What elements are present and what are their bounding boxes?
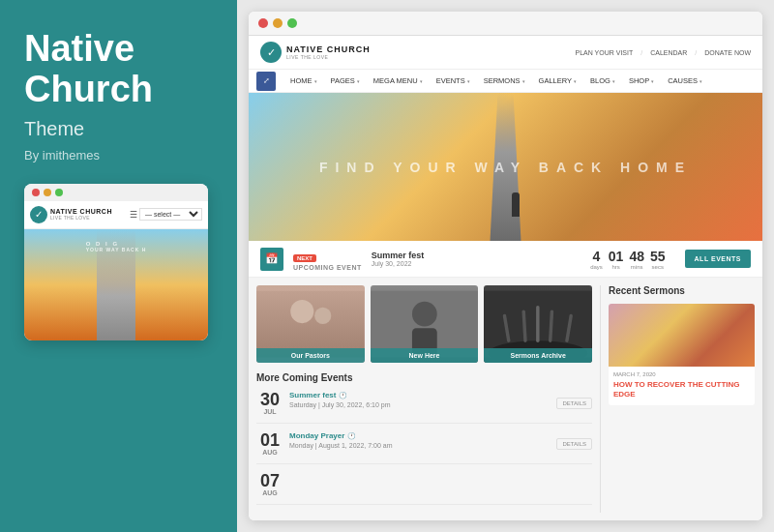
nav-sermons[interactable]: SERMONS ▾	[477, 70, 532, 92]
content-grid: Our Pastors New Here	[249, 278, 762, 520]
event-main: Summer fest July 30, 2022	[372, 251, 425, 267]
event-month-3: AUG	[256, 489, 283, 496]
coming-events-title: More Coming Events	[256, 372, 592, 383]
event-info-2: Monday Prayer 🕐 Monday | August 1, 2022,…	[289, 431, 551, 449]
event-info-3	[289, 472, 592, 474]
content-right: Recent Sermons MARCH 7, 2020 HOW TO RECO…	[600, 285, 755, 513]
card-label-pastors: Our Pastors	[256, 348, 365, 363]
nav-events[interactable]: EVENTS ▾	[430, 70, 477, 92]
card-label-new: New Here	[371, 348, 479, 363]
event-item-1: 30 JUL Summer fest 🕐 Saturday | July 30,…	[256, 391, 592, 424]
mobile-dot-red	[32, 189, 40, 196]
site-logo-tagline: LIVE THE LOVE	[286, 54, 371, 60]
event-when-2: Monday | August 1, 2022, 7:00 am	[289, 442, 551, 449]
nav-home[interactable]: HOME ▾	[283, 70, 324, 92]
sep2: /	[695, 49, 697, 56]
event-date-block-1: 30 JUL	[256, 391, 283, 415]
mobile-logo-name: NATIVE CHURCH	[50, 208, 112, 215]
image-cards: Our Pastors New Here	[256, 285, 592, 363]
desktop-dot-red	[258, 18, 268, 28]
sermon-info: MARCH 7, 2020 HOW TO RECOVER THE CUTTING…	[609, 367, 755, 405]
nav-blog[interactable]: BLOG ▾	[583, 70, 622, 92]
theme-subtitle: Theme	[24, 118, 213, 140]
details-btn-2[interactable]: DETAILS	[556, 438, 592, 450]
svg-point-4	[412, 302, 437, 327]
mobile-header: NATIVE CHURCH LIVE THE LOVE ☰ — select —	[24, 201, 208, 229]
sermon-meta: MARCH 7, 2020	[613, 371, 750, 377]
sep1: /	[640, 49, 642, 56]
event-label: UPCOMING EVENT	[293, 264, 362, 271]
mobile-dot-green	[55, 189, 63, 196]
clock-icon-2: 🕐	[347, 432, 356, 440]
mobile-dot-yellow	[44, 189, 51, 196]
details-btn-1[interactable]: DETAILS	[556, 398, 592, 409]
right-panel: ✓ NATIVE CHURCH LIVE THE LOVE PLAN YOUR …	[237, 0, 774, 532]
event-day-3: 07	[256, 472, 283, 489]
site-nav: ⤢ HOME ▾ PAGES ▾ MEGA MENU ▾ EVENTS ▾ SE…	[249, 70, 762, 93]
site-hero: FIND YOUR WAY BACK HOME	[249, 93, 762, 241]
share-icon[interactable]: ⤢	[256, 72, 276, 91]
hero-figure	[512, 192, 520, 217]
event-date-block-3: 07 AUG	[256, 472, 283, 496]
img-card-sermons[interactable]: Sermons Archive	[484, 285, 592, 363]
mobile-logo-icon	[30, 206, 47, 223]
mobile-logo: NATIVE CHURCH LIVE THE LOVE	[30, 206, 112, 223]
svg-line-11	[551, 311, 552, 340]
events-bar: 📅 NEXT UPCOMING EVENT Summer fest July 3…	[249, 241, 762, 278]
site-header: ✓ NATIVE CHURCH LIVE THE LOVE PLAN YOUR …	[249, 36, 762, 70]
event-when-1: Saturday | July 30, 2022, 6:10 pm	[289, 401, 551, 408]
desktop-titlebar	[249, 12, 762, 36]
site-header-links: PLAN YOUR VISIT / CALENDAR / DONATE NOW	[575, 49, 751, 56]
event-day-1: 30	[256, 391, 283, 408]
nav-shop[interactable]: SHOP ▾	[622, 70, 661, 92]
event-badge: NEXT	[293, 254, 316, 262]
svg-point-2	[314, 308, 331, 324]
svg-line-9	[524, 311, 526, 340]
calendar-link[interactable]: CALENDAR	[650, 49, 687, 56]
img-card-pastors[interactable]: Our Pastors	[256, 285, 365, 363]
sermon-title: HOW TO RECOVER THE CUTTING EDGE	[613, 380, 750, 400]
theme-title: Native Church	[24, 29, 213, 110]
donate-link[interactable]: DONATE NOW	[704, 49, 751, 56]
event-date: July 30, 2022	[372, 260, 425, 267]
countdown: 4 days 01 hrs 48 mins 55 secs	[590, 249, 665, 270]
nav-gallery[interactable]: GALLERY ▾	[532, 70, 583, 92]
sermon-image	[609, 304, 755, 367]
mobile-logo-sub: LIVE THE LOVE	[50, 215, 112, 221]
desktop-dot-green	[287, 18, 297, 28]
mobile-nav-icon: ☰ — select —	[130, 208, 202, 221]
site-logo-text: NATIVE CHURCH LIVE THE LOVE	[286, 44, 371, 60]
mobile-nav-select[interactable]: — select —	[139, 208, 202, 221]
event-title-2: Monday Prayer 🕐	[289, 431, 551, 440]
mobile-preview: NATIVE CHURCH LIVE THE LOVE ☰ — select —…	[24, 184, 208, 340]
event-name: Summer fest	[372, 251, 425, 260]
all-events-button[interactable]: ALL EVENTS	[685, 250, 751, 268]
event-title-1: Summer fest 🕐	[289, 391, 551, 399]
event-badge-wrap: NEXT UPCOMING EVENT	[293, 247, 362, 271]
card-label-sermons: Sermons Archive	[484, 348, 592, 363]
nav-mega[interactable]: MEGA MENU ▾	[367, 70, 430, 92]
event-item-2: 01 AUG Monday Prayer 🕐 Monday | August 1…	[256, 431, 592, 464]
nav-items: HOME ▾ PAGES ▾ MEGA MENU ▾ EVENTS ▾ SERM…	[283, 70, 709, 92]
site-logo: ✓ NATIVE CHURCH LIVE THE LOVE	[260, 42, 371, 63]
event-month-1: JUL	[256, 408, 283, 415]
event-day-2: 01	[256, 431, 283, 449]
nav-causes[interactable]: CAUSES ▾	[661, 70, 709, 92]
site-logo-name: NATIVE CHURCH	[286, 44, 371, 54]
nav-pages[interactable]: PAGES ▾	[324, 70, 367, 92]
event-date-block-2: 01 AUG	[256, 431, 283, 456]
theme-author: By imithemes	[24, 148, 213, 163]
plan-visit-link[interactable]: PLAN YOUR VISIT	[575, 49, 633, 56]
event-info-1: Summer fest 🕐 Saturday | July 30, 2022, …	[289, 391, 551, 408]
img-card-new[interactable]: New Here	[371, 285, 479, 363]
hero-text: FIND YOUR WAY BACK HOME	[319, 160, 692, 175]
content-left: Our Pastors New Here	[256, 285, 600, 513]
clock-icon-1: 🕐	[339, 392, 347, 399]
countdown-hrs: 01 hrs	[609, 249, 624, 270]
mobile-hero-text: O D I G YOUR WAY BACK H	[86, 241, 147, 252]
mobile-hero: O D I G YOUR WAY BACK H	[24, 229, 208, 340]
countdown-secs: 55 secs	[650, 249, 666, 270]
sermon-card[interactable]: MARCH 7, 2020 HOW TO RECOVER THE CUTTING…	[609, 304, 755, 405]
svg-point-1	[290, 300, 313, 323]
event-item-3: 07 AUG	[256, 472, 592, 505]
